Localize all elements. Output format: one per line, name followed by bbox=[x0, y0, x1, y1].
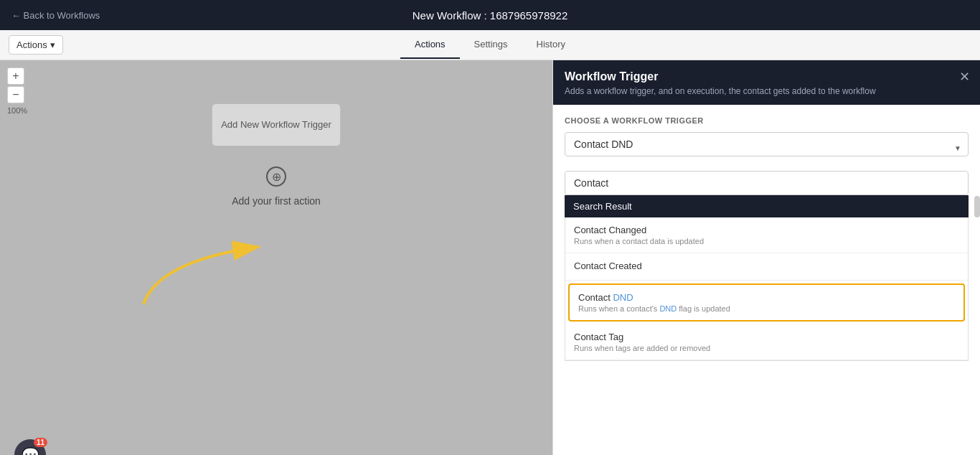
zoom-in-button[interactable]: + bbox=[7, 67, 24, 85]
result-title-contact-tag: Contact Tag bbox=[574, 332, 959, 342]
result-item-contact-dnd[interactable]: Contact DND Runs when a contact's DND fl… bbox=[568, 283, 965, 322]
zoom-level-label: 100% bbox=[7, 106, 27, 115]
choose-trigger-label: CHOOSE A WORKFLOW TRIGGER bbox=[565, 116, 969, 125]
trigger-search-input[interactable] bbox=[565, 171, 969, 195]
tab-history[interactable]: History bbox=[522, 31, 580, 59]
search-result-list: Contact Changed Runs when a contact data… bbox=[565, 217, 969, 361]
trigger-box-label: Add New Workflow Trigger bbox=[221, 118, 331, 131]
panel-header: Workflow Trigger Adds a workflow trigger… bbox=[553, 60, 980, 105]
chat-badge[interactable]: 💬 11 bbox=[14, 439, 46, 455]
scrollbar-indicator bbox=[974, 196, 980, 217]
workflow-trigger-box[interactable]: Add New Workflow Trigger bbox=[212, 103, 341, 146]
actions-label: Actions bbox=[17, 39, 47, 50]
actions-chevron-icon: ▾ bbox=[50, 39, 55, 50]
trigger-dropdown-wrapper: Contact DND bbox=[565, 132, 969, 164]
result-desc-contact-changed: Runs when a contact data is updated bbox=[574, 237, 959, 245]
result-desc-contact-dnd: Runs when a contact's DND flag is update… bbox=[578, 304, 955, 313]
workflow-title: New Workflow : 1687965978922 bbox=[413, 9, 568, 22]
actions-button[interactable]: Actions ▾ bbox=[9, 35, 63, 55]
result-item-contact-changed[interactable]: Contact Changed Runs when a contact data… bbox=[565, 217, 968, 253]
chat-icon: 💬 bbox=[22, 446, 39, 455]
add-first-action-text: Add your first action bbox=[232, 195, 321, 207]
toolbar: Actions ▾ Actions Settings History bbox=[0, 30, 980, 60]
zoom-controls: + − 100% bbox=[7, 67, 27, 115]
panel-subtitle: Adds a workflow trigger, and on executio… bbox=[565, 86, 969, 96]
chat-badge-count: 11 bbox=[34, 438, 47, 447]
trigger-dropdown[interactable]: Contact DND bbox=[565, 132, 969, 156]
panel-title: Workflow Trigger bbox=[565, 70, 969, 83]
close-panel-button[interactable]: ✕ bbox=[959, 69, 970, 85]
search-result-header: Search Result bbox=[565, 195, 969, 217]
result-desc-dnd-highlight: DND bbox=[659, 304, 677, 313]
back-to-workflows-link[interactable]: ← Back to Workflows bbox=[11, 10, 100, 21]
result-title-dnd-highlight: DND bbox=[613, 292, 633, 303]
main-tabs: Actions Settings History bbox=[400, 31, 580, 59]
tab-settings[interactable]: Settings bbox=[460, 31, 522, 59]
header-left: ← Back to Workflows bbox=[11, 10, 100, 21]
workflow-canvas[interactable]: + − 100% Add New Workflow Trigger ⊕ Add … bbox=[0, 60, 552, 455]
zoom-out-button[interactable]: − bbox=[7, 86, 24, 103]
result-title-contact-changed: Contact Changed bbox=[574, 225, 959, 235]
main-wrapper: + − 100% Add New Workflow Trigger ⊕ Add … bbox=[0, 60, 980, 455]
panel-body: CHOOSE A WORKFLOW TRIGGER Contact DND Se… bbox=[553, 105, 980, 455]
add-action-button[interactable]: ⊕ bbox=[266, 166, 286, 187]
arrow-annotation bbox=[115, 189, 344, 319]
plus-icon: ⊕ bbox=[272, 170, 281, 184]
result-title-contact-dnd: Contact DND bbox=[578, 292, 955, 303]
tab-actions[interactable]: Actions bbox=[400, 31, 460, 59]
result-item-contact-tag[interactable]: Contact Tag Runs when tags are added or … bbox=[565, 324, 968, 360]
add-first-action-label: Add your first action bbox=[232, 195, 321, 207]
result-item-contact-created[interactable]: Contact Created bbox=[565, 253, 968, 281]
app-header: ← Back to Workflows New Workflow : 16879… bbox=[0, 0, 980, 30]
result-desc-contact-tag: Runs when tags are added or removed bbox=[574, 344, 959, 352]
result-title-contact-created: Contact Created bbox=[574, 261, 959, 271]
workflow-trigger-panel: Workflow Trigger Adds a workflow trigger… bbox=[552, 60, 980, 455]
